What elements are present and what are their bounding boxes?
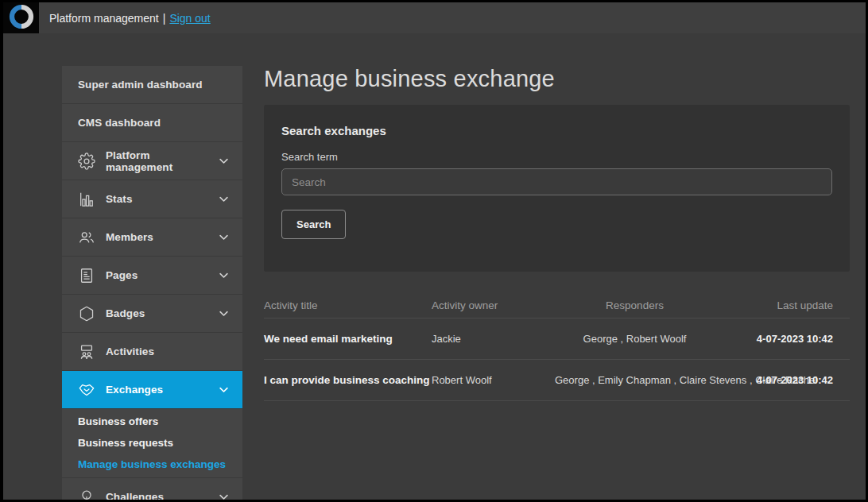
- submenu-item-label: Manage business exchanges: [78, 458, 226, 470]
- sidebar-item-label: Challenges: [106, 491, 218, 500]
- activity-owner-cell: Jackie: [432, 333, 555, 345]
- table-row: We need email marketing Jackie George , …: [264, 319, 850, 360]
- activity-title-cell: We need email marketing: [264, 333, 432, 345]
- chevron-down-icon: [218, 269, 230, 281]
- search-input[interactable]: [281, 168, 832, 195]
- sidebar-item-stats[interactable]: Stats: [62, 180, 242, 218]
- page-title: Manage business exchange: [264, 65, 850, 92]
- sidebar-item-pages[interactable]: Pages: [62, 257, 242, 295]
- table-row: I can provide business coaching Robert W…: [264, 360, 850, 401]
- exchanges-submenu: Business offers Business requests Manage…: [62, 409, 242, 478]
- submenu-item-label: Business offers: [78, 415, 158, 427]
- main-content: Manage business exchange Search exchange…: [264, 33, 850, 401]
- activities-icon: [78, 343, 95, 361]
- column-header-activity-owner: Activity owner: [432, 299, 555, 311]
- chevron-down-icon: [218, 193, 230, 205]
- search-button[interactable]: Search: [281, 210, 346, 239]
- topbar-separator: |: [163, 12, 166, 25]
- gear-icon: [78, 153, 95, 170]
- sidebar-item-activities[interactable]: Activities: [62, 333, 242, 371]
- column-header-last-update: Last update: [715, 299, 850, 311]
- responders-cell: George , Robert Woolf: [555, 333, 715, 345]
- chevron-down-icon: [218, 491, 230, 500]
- table-header-row: Activity title Activity owner Responders…: [264, 292, 850, 319]
- sidebar-item-label: Badges: [106, 307, 218, 319]
- sidebar-item-label: Exchanges: [106, 384, 218, 396]
- sidebar-item-exchanges[interactable]: Exchanges: [62, 371, 242, 409]
- responders-cell: George , Emily Chapman , Claire Stevens …: [555, 374, 715, 386]
- search-term-label: Search term: [281, 151, 832, 163]
- topbar-title: Platform management: [49, 12, 159, 25]
- last-update-cell: 4-07-2023 10:42: [715, 333, 850, 345]
- sidebar-item-badges[interactable]: Badges: [62, 295, 242, 333]
- pages-icon: [78, 267, 95, 284]
- topbar: Platform management|Sign out: [3, 2, 866, 33]
- sidebar-item-label: Super admin dashboard: [78, 79, 230, 91]
- submenu-item-business-requests[interactable]: Business requests: [62, 432, 242, 454]
- last-update-cell: 4-07-2023 10:42: [715, 374, 850, 386]
- sidebar-item-members[interactable]: Members: [62, 218, 242, 257]
- activity-title-cell: I can provide business coaching: [264, 374, 432, 386]
- search-panel-heading: Search exchanges: [281, 124, 832, 137]
- badge-hexagon-icon: [78, 305, 95, 322]
- sidebar-item-challenges[interactable]: Challenges: [62, 478, 242, 500]
- chevron-down-icon: [218, 384, 230, 396]
- ring-logo-icon: [9, 4, 34, 33]
- sidebar-item-label: Members: [106, 231, 218, 243]
- sidebar-nav: Super admin dashboard CMS dashboard Plat…: [62, 66, 242, 500]
- sidebar-item-cms-dashboard[interactable]: CMS dashboard: [62, 104, 242, 142]
- sidebar-item-label: Stats: [106, 193, 218, 205]
- sidebar-item-super-admin-dashboard[interactable]: Super admin dashboard: [62, 66, 242, 104]
- submenu-item-label: Business requests: [78, 437, 173, 449]
- members-icon: [78, 229, 95, 246]
- sidebar-item-label: Platform management: [106, 149, 218, 173]
- topbar-text: Platform management|Sign out: [49, 12, 211, 25]
- sidebar-item-platform-management[interactable]: Platform management: [62, 142, 242, 180]
- sidebar-item-label: CMS dashboard: [78, 117, 230, 129]
- submenu-item-manage-business-exchanges[interactable]: Manage business exchanges: [62, 454, 242, 475]
- bar-chart-icon: [78, 191, 95, 208]
- submenu-item-business-offers[interactable]: Business offers: [62, 411, 242, 432]
- chevron-down-icon: [218, 231, 230, 243]
- chevron-down-icon: [218, 307, 230, 319]
- column-header-activity-title: Activity title: [264, 299, 432, 311]
- app-window: Platform management|Sign out Super admin…: [3, 2, 866, 500]
- exchanges-table: Activity title Activity owner Responders…: [264, 292, 850, 401]
- lightbulb-icon: [78, 488, 95, 500]
- chevron-down-icon: [218, 155, 230, 167]
- brand-logo[interactable]: [3, 2, 39, 33]
- sidebar-item-label: Pages: [106, 269, 218, 281]
- sign-out-link[interactable]: Sign out: [169, 12, 210, 25]
- handshake-icon: [78, 381, 95, 399]
- activity-owner-cell: Robert Woolf: [432, 374, 555, 386]
- sidebar-item-label: Activities: [106, 346, 230, 357]
- search-panel: Search exchanges Search term Search: [264, 105, 850, 272]
- column-header-responders: Responders: [555, 299, 715, 311]
